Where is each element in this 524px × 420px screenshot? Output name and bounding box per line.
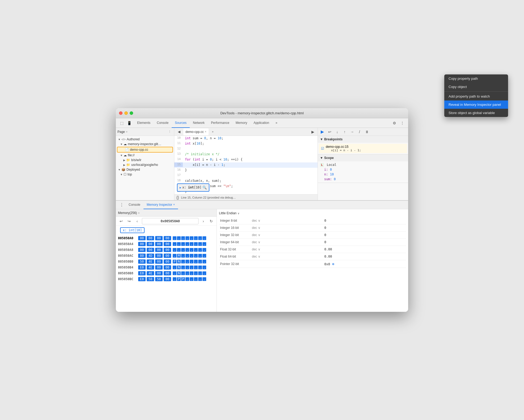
tab-memory[interactable]: Memory: [233, 118, 250, 128]
bp-filename: demo-cpp.cc:15: [326, 145, 348, 149]
nav-back-icon[interactable]: ◀: [175, 128, 183, 136]
code-area[interactable]: 10 int sum = 0, n = 10; 11 int x[10]; 12: [174, 136, 318, 194]
pause-btn[interactable]: ⏸: [364, 128, 370, 135]
file-tab-demo-cpp[interactable]: demo-cpp.cc ×: [183, 128, 209, 135]
mem-prev-btn[interactable]: ‹: [134, 218, 140, 224]
hex-char: .: [198, 260, 202, 263]
deactivate-btn[interactable]: /: [356, 128, 363, 135]
resume-btn[interactable]: ▶: [319, 128, 326, 135]
settings-icon[interactable]: ⚙: [391, 119, 398, 127]
minimize-button[interactable]: [124, 111, 128, 115]
tab-network[interactable]: Network: [190, 118, 208, 128]
tree-item-authored[interactable]: ▼ </> Authored: [116, 137, 174, 142]
value-cell: 0: [323, 217, 406, 224]
hex-char: .: [194, 242, 198, 246]
bottom-tab-console[interactable]: Console: [125, 201, 143, 209]
bottom-tab-memory-inspector[interactable]: Memory Inspector ×: [143, 201, 178, 209]
memory-inspector-tab-close[interactable]: ×: [173, 203, 175, 206]
panel-menu-icon[interactable]: ⋮: [167, 129, 172, 135]
file-tab-label: demo-cpp.cc: [185, 130, 204, 134]
hex-byte: 00: [147, 236, 154, 240]
hex-row-6: 005050B8 E0 4E 00 00 . N .: [118, 270, 214, 276]
tree-item-file[interactable]: ▼ ☁ file://: [116, 153, 174, 158]
format-cell[interactable]: dec ∨: [251, 217, 323, 224]
type-label: Integer 8-bit: [219, 217, 251, 224]
bp-checkbox[interactable]: ☑: [321, 146, 324, 150]
tree-label: Deployed: [126, 168, 140, 171]
value-cell: 0.00: [323, 246, 406, 253]
chevron-icon: ▼: [120, 173, 123, 176]
hex-char: .: [190, 254, 193, 258]
mem-forward-btn[interactable]: ↪: [126, 218, 132, 224]
hex-byte: 4E: [147, 265, 154, 270]
pointer-link-icon[interactable]: ⊕: [332, 262, 334, 266]
breakpoints-header[interactable]: ▼ Breakpoints: [318, 136, 408, 143]
tab-application[interactable]: Application: [250, 118, 272, 128]
tree-item-bsw[interactable]: ▶ 📁 b/s/w/ir: [116, 158, 174, 162]
tab-more[interactable]: »: [272, 118, 281, 128]
left-panel: Page » ⋮ ▼ </> Authored ▼ ☁: [116, 128, 174, 200]
tree-item-top[interactable]: ▼ ☐ top: [116, 172, 174, 177]
bottom-menu-icon[interactable]: ⋮: [118, 201, 125, 209]
inspect-icon[interactable]: ⬚: [118, 119, 125, 127]
hex-char: .: [173, 277, 176, 281]
tab-elements[interactable]: Elements: [134, 118, 154, 128]
file-tab-close[interactable]: ×: [205, 130, 206, 133]
mem-refresh-btn[interactable]: ↻: [208, 218, 214, 224]
tree-item-glitch[interactable]: ▼ ☁ memory-inspector.glit…: [116, 142, 174, 146]
hex-char: .: [198, 242, 202, 246]
chevron-icon: ▼: [118, 168, 121, 171]
scope-header[interactable]: ▼ Scope: [318, 154, 408, 161]
more-tabs-icon[interactable]: »: [209, 128, 217, 136]
format-icon[interactable]: ▶: [309, 128, 316, 136]
var-val: 10: [330, 173, 334, 176]
data-row-int32: Integer 32-bit dec ∨ 0: [219, 232, 406, 239]
endian-selector[interactable]: Little Endian ∨: [219, 211, 406, 215]
tree-item-deployed[interactable]: ▼ 📦 Deployed: [116, 167, 174, 172]
close-button[interactable]: [119, 111, 122, 115]
var-sum: sum: 0: [320, 177, 406, 182]
hex-byte: 00: [155, 236, 163, 240]
memory-window-close[interactable]: ×: [138, 211, 140, 215]
tab-performance[interactable]: Performance: [208, 118, 233, 128]
maximize-button[interactable]: [130, 111, 133, 115]
hex-char: .: [202, 266, 206, 269]
format-cell[interactable]: dec ∨: [251, 246, 323, 253]
tab-console[interactable]: Console: [154, 118, 172, 128]
step-btn[interactable]: →: [349, 128, 356, 135]
mem-address-input[interactable]: [142, 218, 198, 224]
breakpoints-area: ☑ demo-cpp.cc:15 x[i] = n - i - 1;: [318, 143, 408, 154]
hex-byte: E0: [138, 277, 146, 281]
hex-byte: 00: [138, 236, 146, 240]
code-line-10: 10 int sum = 0, n = 10;: [174, 136, 318, 141]
tab-sources[interactable]: Sources: [172, 118, 190, 128]
more-options-icon[interactable]: ⋮: [399, 119, 406, 127]
bottom-tabs: ⋮ Console Memory Inspector ×: [116, 201, 408, 209]
hex-char: .: [194, 266, 198, 269]
step-over-btn[interactable]: ↩: [326, 128, 333, 135]
bracket-icon: {}: [176, 195, 179, 200]
var-tooltip[interactable]: ▶ x: int[10] 🔍: [177, 183, 209, 192]
hex-char: .: [198, 248, 202, 252]
breakpoint-item[interactable]: ☑ demo-cpp.cc:15 x[i] = n - i - 1;: [319, 144, 407, 153]
mem-next-btn[interactable]: ›: [200, 218, 206, 224]
hex-char: .: [194, 260, 198, 263]
hex-byte: 00: [164, 254, 171, 258]
step-into-btn[interactable]: ↓: [334, 128, 341, 135]
tree-item-usr[interactable]: ▶ 📁 usr/local/google/ho: [116, 162, 174, 167]
mem-back-btn[interactable]: ↩: [118, 218, 124, 224]
format-cell[interactable]: dec ∨: [251, 239, 323, 246]
format-cell[interactable]: dec ∨: [251, 224, 323, 232]
box-icon: ☐: [124, 173, 126, 176]
tree-label: file://: [128, 153, 134, 157]
format-cell[interactable]: dec ∨: [251, 253, 323, 260]
hex-bytes: E0 50 50 00: [138, 277, 171, 281]
hex-ascii: P N . . . . . .: [173, 260, 206, 263]
device-icon[interactable]: 📱: [125, 119, 133, 127]
step-out-btn[interactable]: ↑: [341, 128, 348, 135]
format-cell[interactable]: dec ∨: [251, 232, 323, 239]
hex-char: .: [190, 266, 193, 269]
page-more[interactable]: »: [126, 130, 128, 133]
tree-item-demo-cpp[interactable]: 📄 demo-cpp.cc: [117, 147, 173, 153]
hex-char: .: [185, 242, 189, 246]
